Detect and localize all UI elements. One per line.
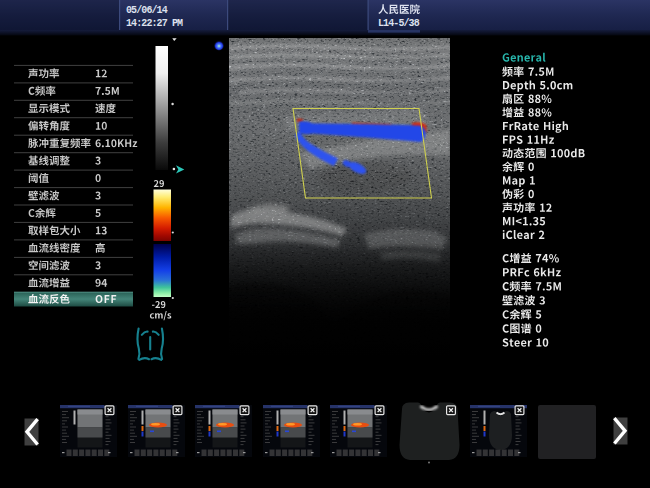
svg-text:L14-5/38: L14-5/38 xyxy=(378,18,420,29)
svg-text:14:22:27 PM: 14:22:27 PM xyxy=(126,18,183,29)
svg-text:05/06/14: 05/06/14 xyxy=(126,5,168,16)
